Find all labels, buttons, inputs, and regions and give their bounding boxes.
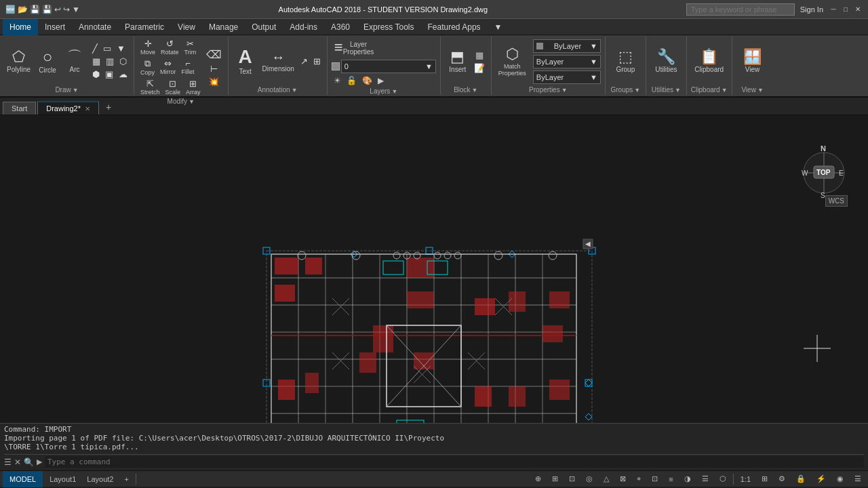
layer-color-button[interactable]: 🎨 — [360, 75, 374, 86]
group-button[interactable]: ⬚ Group — [612, 48, 638, 75]
layout2-tab[interactable]: Layout2 — [83, 471, 117, 487]
isolation[interactable]: ◉ — [833, 471, 848, 487]
stretch-button[interactable]: ⇱Stretch — [138, 78, 162, 96]
insert-button[interactable]: ⬒ Insert — [445, 48, 471, 75]
status-otrack[interactable]: ⊠ — [616, 471, 630, 487]
menu-annotate[interactable]: Annotate — [72, 19, 118, 35]
status-transparency[interactable]: ◑ — [680, 471, 695, 487]
tab-drawing2[interactable]: Drawing2* ✕ — [37, 101, 99, 115]
new-icon[interactable]: 🆕 — [5, 5, 16, 14]
status-sel[interactable]: ⬡ — [715, 471, 730, 487]
menu-a360[interactable]: A360 — [324, 19, 357, 35]
menu-home[interactable]: Home — [3, 19, 38, 35]
layer-freeze-button[interactable]: ☀ — [332, 75, 343, 86]
command-input[interactable] — [45, 456, 864, 468]
close-button[interactable]: ✕ — [853, 5, 863, 14]
rect-button[interactable]: ▭ — [101, 43, 113, 54]
layers-dropdown-icon[interactable]: ▼ — [391, 88, 397, 95]
more-draw-button[interactable]: ▼ — [115, 43, 127, 54]
view-group-label[interactable]: View ▼ — [741, 86, 763, 94]
properties-dropdown-icon[interactable]: ▼ — [561, 87, 568, 94]
minimize-button[interactable]: ─ — [829, 5, 838, 14]
trim-button[interactable]: ✂Trim — [182, 38, 199, 56]
arc-button[interactable]: ⌒ Arc — [62, 48, 87, 75]
status-ortho[interactable]: ⊡ — [565, 471, 579, 487]
layout1-tab[interactable]: Layout1 — [45, 471, 80, 487]
mleader-button[interactable]: ↗ — [298, 56, 310, 67]
viewport-scale[interactable]: ⊞ — [757, 471, 772, 487]
view-dropdown-icon[interactable]: ▼ — [757, 87, 764, 94]
array-button[interactable]: ⊞Array — [184, 78, 203, 96]
status-snap[interactable]: ⊕ — [531, 471, 545, 487]
lineweight-dropdown[interactable]: ByLayer ▼ — [533, 70, 601, 84]
draw-group-label[interactable]: Draw ▼ — [55, 86, 78, 94]
revision-button[interactable]: ☁ — [117, 68, 130, 80]
annotation-scale[interactable]: 1:1 — [736, 471, 755, 487]
maximize-button[interactable]: □ — [841, 5, 850, 14]
clipboard-dropdown-icon[interactable]: ▼ — [722, 87, 728, 94]
mirror-button[interactable]: ⇔Mirror — [158, 58, 178, 77]
draw-dropdown-icon[interactable]: ▼ — [73, 87, 79, 94]
layer-dropdown[interactable]: 0 ▼ — [341, 60, 436, 73]
status-more[interactable]: ☰ — [850, 471, 865, 487]
dropdown-icon[interactable]: ▼ — [72, 5, 80, 14]
dimension-button[interactable]: ↔ Dimension — [260, 49, 297, 74]
copy-button[interactable]: ⧉Copy — [138, 58, 157, 77]
color-dropdown-arrow[interactable]: ▼ — [590, 42, 597, 50]
explode-button[interactable]: 💥 — [204, 76, 224, 87]
define-attr-button[interactable]: 📝 — [472, 62, 487, 74]
groups-group-label[interactable]: Groups ▼ — [611, 86, 641, 94]
status-qp[interactable]: ☰ — [698, 471, 713, 487]
modify-dropdown-icon[interactable]: ▼ — [189, 98, 195, 105]
hatch-button[interactable]: ▦ — [90, 56, 102, 67]
create-block-button[interactable]: ▦ — [472, 49, 487, 61]
block-group-label[interactable]: Block ▼ — [454, 86, 477, 94]
save-icon[interactable]: 💾 — [30, 5, 40, 14]
view-button[interactable]: 🪟 View — [740, 48, 766, 75]
lock-icon[interactable]: 🔒 — [792, 471, 810, 487]
utilities-dropdown-icon[interactable]: ▼ — [675, 87, 681, 94]
linetype-dropdown-arrow[interactable]: ▼ — [590, 58, 597, 66]
menu-addins[interactable]: Add-ins — [283, 19, 324, 35]
properties-group-label[interactable]: Properties ▼ — [529, 86, 568, 94]
menu-output[interactable]: Output — [245, 19, 283, 35]
annotation-group-label[interactable]: Annotation ▼ — [258, 86, 298, 94]
add-drawing-tab[interactable]: + — [100, 100, 117, 115]
boundary-button[interactable]: ⬡ — [117, 56, 129, 67]
groups-dropdown-icon[interactable]: ▼ — [634, 87, 640, 94]
move-button[interactable]: ✛Move — [138, 38, 157, 56]
menu-more[interactable]: ▼ — [488, 19, 509, 35]
redo-icon[interactable]: ↪ — [63, 5, 70, 14]
save-as-icon[interactable]: 💾 — [42, 5, 52, 14]
layer-dropdown-arrow[interactable]: ▼ — [425, 62, 433, 70]
hardware-accel[interactable]: ⚡ — [812, 471, 830, 487]
open-icon[interactable]: 📂 — [18, 5, 28, 14]
status-osnap[interactable]: △ — [599, 471, 613, 487]
status-ducs[interactable]: ⌖ — [633, 471, 645, 487]
polyline-button[interactable]: ⬠ Polyline — [4, 48, 33, 75]
undo-icon[interactable]: ↩ — [54, 5, 61, 14]
text-button[interactable]: A Text — [233, 46, 258, 77]
gradient-button[interactable]: ▥ — [104, 56, 116, 67]
wipe-button[interactable]: ▣ — [103, 68, 115, 80]
scale-button[interactable]: ⊡Scale — [163, 78, 183, 96]
line-button[interactable]: ╱ — [90, 43, 100, 54]
linetype-dropdown[interactable]: ByLayer ▼ — [533, 55, 601, 68]
search-input[interactable] — [686, 3, 795, 16]
command-x-icon[interactable]: ✕ — [14, 458, 21, 467]
modify-group-label[interactable]: Modify ▼ — [167, 98, 195, 105]
layer-lock-button[interactable]: 🔓 — [344, 75, 359, 86]
extend-button[interactable]: ⊢ — [204, 63, 224, 75]
clipboard-group-label[interactable]: Clipboard ▼ — [691, 86, 728, 94]
menu-featured-apps[interactable]: Featured Apps — [421, 19, 488, 35]
clipboard-button[interactable]: 📋 Clipboard — [692, 48, 726, 75]
menu-parametric[interactable]: Parametric — [118, 19, 171, 35]
sign-in-area[interactable]: Sign In — [800, 5, 823, 14]
tab-drawing2-close[interactable]: ✕ — [85, 105, 90, 113]
status-lweight[interactable]: ≡ — [665, 471, 677, 487]
status-grid[interactable]: ⊞ — [548, 471, 562, 487]
model-button[interactable]: MODEL — [3, 471, 43, 487]
region-button[interactable]: ⬢ — [90, 68, 102, 80]
menu-express-tools[interactable]: Express Tools — [357, 19, 420, 35]
command-search-icon[interactable]: 🔍 — [24, 458, 34, 467]
